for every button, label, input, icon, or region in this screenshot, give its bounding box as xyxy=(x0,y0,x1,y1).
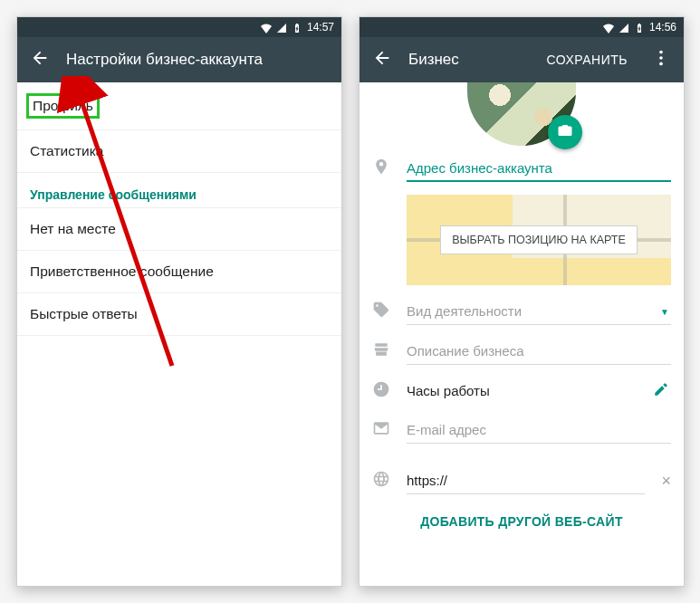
item-statistics[interactable]: Статистика xyxy=(17,130,341,173)
item-greeting[interactable]: Приветственное сообщение xyxy=(17,251,341,293)
website-input[interactable]: https:// xyxy=(407,467,645,494)
category-input[interactable]: Вид деятельности xyxy=(407,298,671,325)
page-title: Бизнес xyxy=(408,51,459,69)
status-bar: 14:56 xyxy=(360,17,684,37)
battery-icon xyxy=(634,21,645,34)
field-category[interactable]: Вид деятельности ▼ xyxy=(360,289,684,329)
battery-icon xyxy=(292,21,302,34)
avatar-area xyxy=(360,82,684,146)
field-website[interactable]: https:// × xyxy=(360,458,684,498)
back-icon[interactable] xyxy=(372,48,392,72)
field-address[interactable]: Адрес бизнес-аккаунта xyxy=(360,146,684,186)
store-icon xyxy=(372,340,390,362)
status-bar: 14:57 xyxy=(17,17,341,37)
settings-list: Профиль Статистика Управление сообщениям… xyxy=(17,82,341,586)
signal-icon xyxy=(276,21,287,34)
item-quick-replies[interactable]: Быстрые ответы xyxy=(17,293,341,336)
item-profile[interactable]: Профиль xyxy=(17,82,341,130)
mail-icon xyxy=(372,419,390,441)
screen-business-profile: 14:56 Бизнес СОХРАНИТЬ Адрес бизнес-акка… xyxy=(359,16,685,587)
globe-icon xyxy=(372,470,390,492)
section-messaging: Управление сообщениями xyxy=(17,173,341,208)
wifi-icon xyxy=(603,21,614,34)
more-icon[interactable] xyxy=(651,48,671,72)
edit-hours-button[interactable] xyxy=(653,381,671,401)
email-input[interactable]: E-mail адрес xyxy=(407,416,671,444)
hours-label: Часы работы xyxy=(407,378,637,404)
address-input[interactable]: Адрес бизнес-аккаунта xyxy=(407,155,671,182)
status-time: 14:56 xyxy=(649,21,676,34)
svg-point-1 xyxy=(659,56,663,60)
status-time: 14:57 xyxy=(307,21,334,34)
map-preview[interactable]: ВЫБРАТЬ ПОЗИЦИЮ НА КАРТЕ xyxy=(407,195,671,285)
tag-icon xyxy=(372,301,390,322)
description-input[interactable]: Описание бизнеса xyxy=(407,338,671,365)
change-photo-button[interactable] xyxy=(548,115,582,149)
location-icon xyxy=(372,158,390,179)
profile-form: Адрес бизнес-аккаунта ВЫБРАТЬ ПОЗИЦИЮ НА… xyxy=(360,82,684,586)
item-away[interactable]: Нет на месте xyxy=(17,208,341,251)
field-hours[interactable]: Часы работы xyxy=(360,368,684,407)
field-description[interactable]: Описание бизнеса xyxy=(360,329,684,368)
clock-icon xyxy=(372,380,390,402)
save-button[interactable]: СОХРАНИТЬ xyxy=(546,53,628,67)
camera-icon xyxy=(557,122,573,142)
appbar: Настройки бизнес-аккаунта xyxy=(17,37,341,82)
signal-icon xyxy=(618,21,629,34)
screen-settings: 14:57 Настройки бизнес-аккаунта Профиль … xyxy=(16,16,342,587)
dropdown-icon: ▼ xyxy=(660,307,669,317)
field-email[interactable]: E-mail адрес xyxy=(360,407,684,447)
pick-on-map-button[interactable]: ВЫБРАТЬ ПОЗИЦИЮ НА КАРТЕ xyxy=(440,225,638,254)
clear-website-button[interactable]: × xyxy=(661,472,671,491)
svg-point-2 xyxy=(659,62,663,66)
wifi-icon xyxy=(261,21,272,34)
back-icon[interactable] xyxy=(30,48,50,72)
svg-point-0 xyxy=(659,51,663,54)
appbar: Бизнес СОХРАНИТЬ xyxy=(360,37,684,82)
page-title: Настройки бизнес-аккаунта xyxy=(66,51,263,69)
item-profile-label: Профиль xyxy=(26,93,100,119)
add-website-button[interactable]: ДОБАВИТЬ ДРУГОЙ ВЕБ-САЙТ xyxy=(360,498,684,545)
